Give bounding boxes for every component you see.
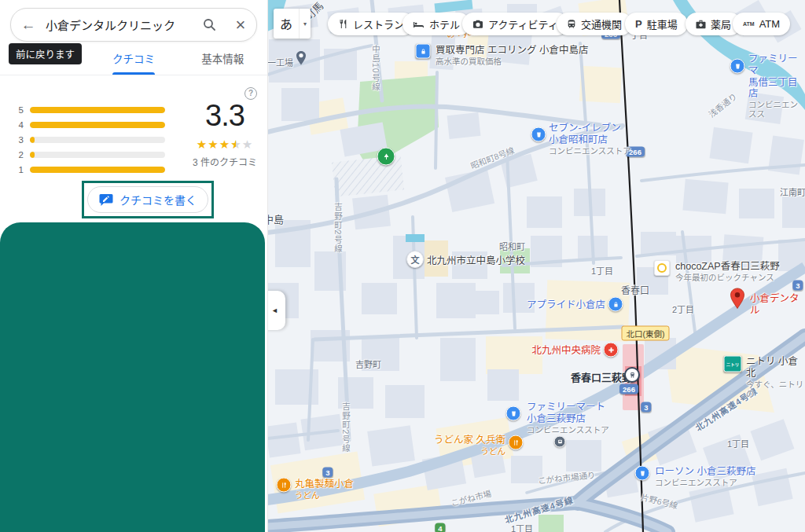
- map-label: 香春口: [621, 283, 649, 296]
- chip-activities[interactable]: アクティビティ: [462, 13, 568, 35]
- histogram-bar: [30, 122, 165, 128]
- category-chips-bar: レストランホテルアクティビティ交通機関P駐車場薬局ATMATM: [267, 13, 805, 36]
- poi-label[interactable]: 丸亀製麺小倉うどん: [295, 479, 354, 500]
- hospital-circle-red[interactable]: [604, 343, 619, 358]
- station-circle[interactable]: [624, 367, 640, 383]
- poi-label[interactable]: ニトリ 小倉北今すぐ、ニトリの: [746, 356, 805, 398]
- tab-1[interactable]: クチコミ: [89, 47, 178, 75]
- poi-label[interactable]: ファミリーマート小倉三萩野店コンビニエンスストア: [527, 402, 609, 435]
- rating-stars: ★★★★★★: [187, 138, 263, 152]
- poi-label[interactable]: うどん家 久兵衛うどん: [434, 435, 505, 456]
- bus-circle[interactable]: [554, 436, 566, 448]
- chevron-down-icon[interactable]: ▾: [299, 9, 311, 39]
- store-circle-blue[interactable]: [506, 406, 521, 421]
- map-canvas[interactable]: 一工場町馬のゝyutakano丁目中島10号線浅香通り江南町昭和町8号線吉野町2…: [267, 0, 805, 532]
- poi-label[interactable]: ローソン 小倉三萩野店コンビニエンスストア: [655, 466, 755, 487]
- star-icon: ★: [219, 138, 230, 151]
- histogram-row[interactable]: 3: [0, 132, 165, 147]
- route-shield: 3: [792, 281, 803, 291]
- square-teal-nitori[interactable]: ニトリ: [724, 356, 742, 372]
- restaurant-icon: [338, 19, 348, 29]
- histogram-bar: [30, 137, 165, 143]
- rate-review-icon: [99, 193, 113, 207]
- map-label: 1丁目: [591, 264, 613, 277]
- map-label: 1丁目: [727, 437, 749, 449]
- back-icon[interactable]: ←: [11, 17, 46, 34]
- school-circle[interactable]: 文: [406, 251, 424, 268]
- food-circle-orange[interactable]: [509, 435, 524, 450]
- poi-label[interactable]: 小倉デンタル: [750, 293, 805, 317]
- histogram-bar: [30, 152, 165, 158]
- rating-score: 3.3: [187, 99, 263, 133]
- poi-label[interactable]: 北九州市立中島小学校: [427, 255, 525, 267]
- help-icon[interactable]: ?: [244, 87, 257, 100]
- map-label: 香春口三萩野: [571, 369, 632, 384]
- poi-label[interactable]: 買取専門店 エコリング 小倉中島店高水準の買取価格: [436, 45, 588, 66]
- map-label: 昭和町: [499, 240, 525, 252]
- chip-label: アクティビティ: [488, 17, 558, 31]
- chip-transit[interactable]: 交通機関: [557, 13, 632, 35]
- write-review-button[interactable]: クチコミを書く: [87, 186, 208, 213]
- poi-label[interactable]: セブン-イレブン小倉昭和町店コンビニエンスストア: [549, 123, 631, 156]
- map-label: 一工場: [267, 56, 293, 68]
- chip-label: 薬局: [711, 17, 731, 31]
- transit-icon: [567, 19, 576, 29]
- histogram-row[interactable]: 2: [0, 147, 165, 162]
- store-circle-blue[interactable]: [531, 127, 546, 142]
- tab-2[interactable]: 基本情報: [178, 47, 267, 75]
- close-icon[interactable]: ×: [225, 17, 256, 34]
- review-highlight-box: クチコミを書く: [82, 181, 214, 218]
- histogram-row[interactable]: 1: [0, 162, 165, 177]
- route-shield: 266: [619, 384, 638, 394]
- parking-icon: P: [635, 18, 642, 30]
- lock-square-blue[interactable]: [416, 44, 431, 59]
- map-label: 中島10号線: [370, 45, 382, 92]
- store-circle-blue[interactable]: [635, 466, 650, 481]
- star-icon: ★: [208, 138, 219, 151]
- language-button-label: あ: [274, 14, 299, 33]
- histogram-row[interactable]: 5: [0, 102, 165, 117]
- histogram-bar: [30, 167, 165, 173]
- collapse-panel-button[interactable]: ◄: [267, 291, 285, 330]
- chip-hotel[interactable]: ホテル: [402, 13, 470, 35]
- pin-red[interactable]: [730, 288, 745, 313]
- atm-icon: ATM: [743, 21, 755, 27]
- star-icon: ★: [242, 138, 253, 151]
- chip-label: 駐車場: [647, 17, 678, 31]
- chevron-left-icon: ◄: [271, 306, 278, 314]
- histogram-bar: [30, 107, 165, 113]
- park-circle-green[interactable]: [377, 148, 395, 166]
- poi-label[interactable]: アプライド小倉店: [527, 299, 605, 311]
- language-button[interactable]: あ ▾: [274, 9, 311, 39]
- histogram-row[interactable]: 4: [0, 117, 165, 132]
- poi-label[interactable]: chocoZAP香春口三萩野今年最初のビックチャンス: [675, 261, 780, 282]
- place-panel: ← 小倉デンタルクリニック × 前に戻ります 概要クチコミ基本情報 ? 5432…: [0, 0, 268, 532]
- review-count[interactable]: 3 件のクチコミ: [187, 155, 263, 168]
- poi-label[interactable]: 北九州中央病院: [531, 345, 601, 357]
- histogram-label: 4: [0, 120, 30, 130]
- search-bar[interactable]: ← 小倉デンタルクリニック ×: [10, 8, 257, 42]
- station-exit-badge: 北口(東側): [622, 326, 670, 341]
- map-label: 吉野町2号線: [340, 402, 352, 453]
- store-circle-blue[interactable]: [730, 59, 745, 74]
- activities-icon: [472, 20, 483, 29]
- star-icon: ★★: [230, 138, 241, 152]
- route-shield: 4: [435, 523, 445, 532]
- square-white-chocozap[interactable]: [654, 260, 670, 276]
- chip-parking[interactable]: P駐車場: [625, 13, 688, 35]
- map-label: 江南町: [780, 185, 805, 198]
- chip-label: ホテル: [429, 17, 460, 31]
- rating-histogram: 54321: [0, 102, 165, 177]
- chip-atm[interactable]: ATMATM: [733, 13, 790, 35]
- lock-circle-blue[interactable]: [608, 297, 623, 312]
- food-circle-orange[interactable]: [277, 478, 292, 493]
- search-icon[interactable]: [193, 18, 225, 31]
- search-input[interactable]: 小倉デンタルクリニック: [46, 17, 193, 33]
- poi-label[interactable]: ファミリーマ馬借三丁目店コンビニエンスス: [748, 53, 805, 119]
- chip-restaurant[interactable]: レストラン: [328, 13, 414, 35]
- route-shield: 3: [641, 402, 651, 413]
- star-icon: ★: [197, 138, 208, 151]
- pin-gray[interactable]: [296, 50, 307, 69]
- rating-summary: 3.3 ★★★★★★ 3 件のクチコミ: [187, 99, 263, 168]
- route-shield: 3: [322, 468, 333, 478]
